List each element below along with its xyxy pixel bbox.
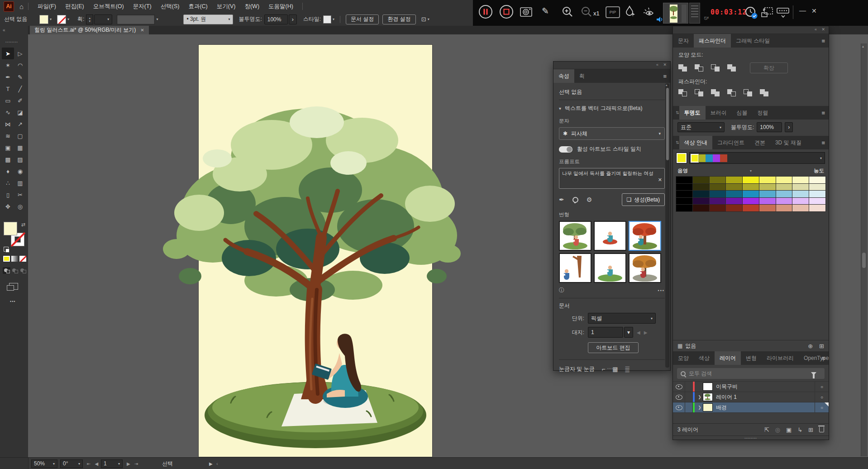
- opacity-expand-button[interactable]: ›: [289, 14, 297, 24]
- menu-item-4[interactable]: 선택(S): [156, 3, 184, 10]
- chevron-down-icon[interactable]: ▾: [428, 17, 429, 21]
- lock-cell[interactable]: [685, 402, 693, 412]
- panel-collapse-icon[interactable]: ⇅: [673, 110, 679, 115]
- tab-color[interactable]: 색상: [694, 351, 715, 365]
- color-cell-r0c2[interactable]: [710, 177, 726, 183]
- limit-color-group-icon[interactable]: ▦: [677, 343, 682, 349]
- outline-icon[interactable]: [744, 89, 753, 97]
- style-picker-icon[interactable]: ✒: [559, 196, 564, 203]
- expand-button[interactable]: 확장: [750, 62, 788, 73]
- vertical-scrollbar[interactable]: ▴: [861, 43, 867, 456]
- eyedropper-tool-icon[interactable]: ♦: [2, 165, 14, 177]
- chevron-down-icon[interactable]: ▾: [333, 17, 334, 21]
- color-cell-r2c0[interactable]: [676, 191, 692, 197]
- visibility-eye-icon[interactable]: [673, 402, 685, 412]
- zoom-in-button[interactable]: [562, 6, 573, 18]
- chevron-down-icon[interactable]: ▾: [820, 156, 822, 160]
- artboard-nav-dropdown[interactable]: 1▾: [101, 459, 123, 468]
- tab-align[interactable]: 정렬: [753, 106, 773, 120]
- color-mode-button[interactable]: [3, 256, 10, 262]
- tab-gradient[interactable]: 그라디언트: [712, 136, 749, 149]
- document-setup-button[interactable]: 문서 설정: [346, 14, 379, 24]
- new-sublayer-icon[interactable]: ↳: [797, 426, 802, 433]
- target-circle-icon[interactable]: ○: [815, 402, 829, 412]
- color-cell-r4c8[interactable]: [809, 205, 825, 211]
- divide-icon[interactable]: [678, 89, 688, 97]
- artboard-dropdown-button[interactable]: ▾: [624, 327, 633, 338]
- droplet-cursor-button[interactable]: [625, 5, 636, 18]
- chevron-down-icon[interactable]: ▾: [50, 17, 52, 21]
- color-cell-r3c3[interactable]: [726, 198, 742, 205]
- blend-tool-icon[interactable]: ◉: [14, 165, 26, 177]
- home-icon[interactable]: ⌂: [19, 3, 24, 10]
- make-mask-icon[interactable]: ▣: [786, 426, 792, 433]
- color-cell-r2c2[interactable]: [710, 191, 726, 197]
- close-button[interactable]: ✕: [811, 7, 817, 14]
- minus-front-icon[interactable]: [695, 64, 704, 72]
- panel-menu-icon[interactable]: ≡: [821, 355, 825, 362]
- panel-menu-icon[interactable]: ≡: [821, 139, 825, 146]
- color-cell-r3c0[interactable]: [676, 198, 692, 205]
- ruler-icon[interactable]: ⌐: [602, 366, 606, 373]
- blend-mode-dropdown[interactable]: 표준▾: [677, 122, 725, 132]
- line-segment-tool-icon[interactable]: ╱: [14, 83, 26, 95]
- gradient-tool-icon[interactable]: ▨: [14, 153, 26, 165]
- shape-builder-tool-icon[interactable]: ▣: [2, 142, 14, 153]
- variation-thumbnail-1[interactable]: [559, 221, 591, 251]
- next-artboard-icon[interactable]: ▶: [644, 330, 648, 335]
- gear-icon[interactable]: ⚙: [587, 196, 592, 203]
- fill-indicator[interactable]: [4, 222, 17, 235]
- menu-item-8[interactable]: 도움말(H): [264, 3, 298, 10]
- first-artboard-icon[interactable]: ⇤: [87, 461, 91, 466]
- perspective-grid-tool-icon[interactable]: ▦: [14, 142, 26, 153]
- rotate-tool-icon[interactable]: ⋈: [2, 118, 14, 130]
- harmony-swatch-3[interactable]: [713, 154, 720, 162]
- highlight-cursor-button[interactable]: [642, 6, 656, 18]
- visibility-eye-icon[interactable]: [673, 382, 685, 392]
- color-cell-r4c7[interactable]: [792, 205, 809, 211]
- preferences-button[interactable]: 환경 설정: [382, 14, 415, 24]
- color-cell-r4c4[interactable]: [743, 205, 759, 211]
- tab-properties[interactable]: 속성: [553, 69, 574, 83]
- delete-layer-icon[interactable]: [819, 427, 824, 432]
- color-cell-r2c4[interactable]: [743, 191, 759, 197]
- collapse-icon[interactable]: «: [815, 27, 817, 32]
- color-cell-r2c3[interactable]: [726, 191, 742, 197]
- last-artboard-icon[interactable]: ⇥: [134, 461, 138, 466]
- color-cell-r1c7[interactable]: [792, 184, 809, 191]
- menu-item-0[interactable]: 파일(F): [33, 3, 61, 10]
- opacity-expand-button[interactable]: ›: [785, 122, 793, 132]
- color-cell-r3c1[interactable]: [693, 198, 709, 205]
- scale-tool-icon[interactable]: ↗: [14, 118, 26, 130]
- tab-pathfinder[interactable]: 패스파인더: [694, 34, 731, 48]
- close-icon[interactable]: ✕: [663, 62, 667, 67]
- draw-inside-button[interactable]: [19, 267, 27, 274]
- panel-menu-icon[interactable]: ≡: [821, 110, 825, 116]
- variation-thumbnail-5[interactable]: [594, 253, 626, 283]
- play-icon[interactable]: ▶: [209, 461, 213, 466]
- tab-transparency[interactable]: 투명도: [679, 106, 706, 120]
- color-cell-r1c4[interactable]: [743, 184, 759, 191]
- direct-selection-tool-icon[interactable]: ▷: [14, 48, 26, 59]
- color-cell-r2c5[interactable]: [759, 191, 776, 197]
- speaker-icon[interactable]: [656, 16, 663, 23]
- default-fill-stroke-icon[interactable]: [4, 247, 9, 252]
- swap-fill-stroke-icon[interactable]: ⇄: [21, 222, 25, 228]
- resize-grip[interactable]: ••••••: [607, 367, 617, 370]
- color-cell-r0c7[interactable]: [792, 177, 809, 183]
- exclude-icon[interactable]: [727, 64, 737, 72]
- lock-cell[interactable]: [685, 392, 693, 402]
- illustrator-logo-icon[interactable]: Ai: [4, 1, 14, 12]
- close-icon[interactable]: ✕: [821, 27, 825, 32]
- stroke-weight-field[interactable]: ▾: [94, 14, 112, 24]
- color-cell-r2c1[interactable]: [693, 191, 709, 197]
- minimize-button[interactable]: —: [799, 6, 806, 14]
- transparency-grid-icon[interactable]: ▒: [625, 366, 630, 373]
- chevron-down-icon[interactable]: ▾: [688, 169, 814, 173]
- pause-recording-button[interactable]: [478, 5, 493, 19]
- panel-menu-icon[interactable]: ≡: [663, 73, 667, 80]
- expand-chevron-icon[interactable]: ❯: [696, 405, 703, 410]
- tab-brushes[interactable]: 브러쉬: [706, 106, 732, 120]
- base-color-swatch[interactable]: [677, 153, 687, 163]
- tab-swatches[interactable]: 견본: [749, 136, 770, 149]
